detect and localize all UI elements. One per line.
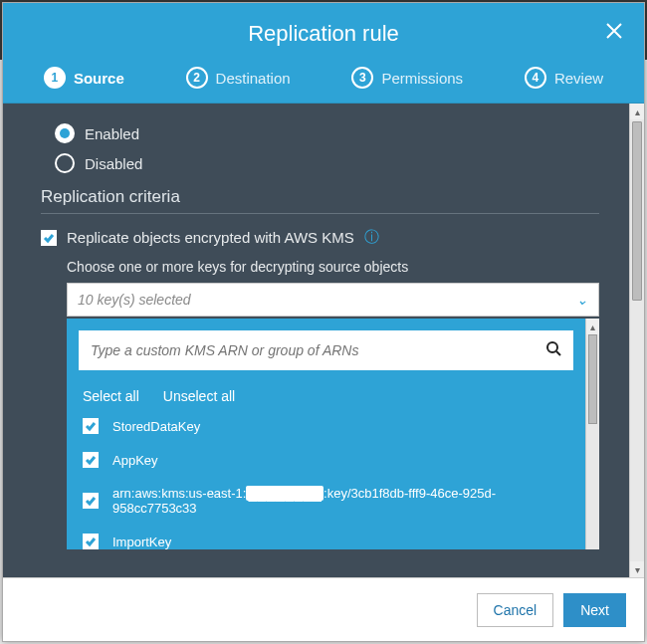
search-icon[interactable] xyxy=(545,340,561,360)
replication-rule-modal: Replication rule 1 Source 2 Destination … xyxy=(2,2,645,642)
step-number: 4 xyxy=(525,67,546,89)
step-number: 3 xyxy=(351,67,373,89)
radio-icon xyxy=(55,123,75,143)
checkbox-icon xyxy=(83,534,99,549)
checkbox-icon xyxy=(41,230,57,246)
status-disabled-radio[interactable]: Disabled xyxy=(55,153,599,173)
info-icon[interactable]: ⓘ xyxy=(364,228,379,247)
modal-body: Enabled Disabled Replication criteria Re… xyxy=(3,103,644,577)
section-title: Replication criteria xyxy=(41,187,599,207)
key-label: arn:aws:kms:us-east-1:████████:key/3cb1f… xyxy=(112,486,569,516)
modal-footer: Cancel Next xyxy=(3,577,644,641)
dropdown-scrollbar[interactable]: ▴ xyxy=(585,319,599,549)
kms-checkbox-row[interactable]: Replicate objects encrypted with AWS KMS… xyxy=(41,228,599,247)
scroll-down-icon[interactable]: ▾ xyxy=(630,561,644,577)
key-label: StoredDataKey xyxy=(112,419,200,434)
key-label: AppKey xyxy=(112,453,158,468)
step-label: Permissions xyxy=(381,70,463,87)
step-label: Review xyxy=(554,70,603,87)
checkbox-icon xyxy=(83,452,99,468)
wizard-steps: 1 Source 2 Destination 3 Permissions 4 R… xyxy=(3,61,644,103)
list-item[interactable]: AppKey xyxy=(83,452,569,468)
step-permissions[interactable]: 3 Permissions xyxy=(351,67,463,89)
select-all-link[interactable]: Select all xyxy=(83,388,139,404)
step-label: Source xyxy=(74,70,124,87)
step-source[interactable]: 1 Source xyxy=(44,67,124,89)
kms-arn-search[interactable] xyxy=(79,330,573,370)
kms-arn-input[interactable] xyxy=(91,342,536,358)
checkbox-icon xyxy=(83,418,99,434)
close-icon xyxy=(604,21,624,41)
list-item[interactable]: StoredDataKey xyxy=(83,418,569,434)
keys-dropdown-panel: Select all Unselect all StoredDataKey Ap… xyxy=(67,319,599,549)
choose-keys-label: Choose one or more keys for decrypting s… xyxy=(67,259,599,275)
radio-icon xyxy=(55,153,75,173)
scrollbar-thumb[interactable] xyxy=(632,121,642,301)
list-item[interactable]: ImportKey xyxy=(83,534,569,549)
modal-header: Replication rule 1 Source 2 Destination … xyxy=(3,3,644,103)
svg-point-0 xyxy=(547,342,557,352)
scrollbar-thumb[interactable] xyxy=(588,334,597,424)
key-label: ImportKey xyxy=(112,535,171,549)
scroll-up-icon[interactable]: ▴ xyxy=(586,319,599,334)
checkbox-icon xyxy=(83,493,99,509)
status-enabled-radio[interactable]: Enabled xyxy=(55,123,599,143)
cancel-button[interactable]: Cancel xyxy=(477,593,554,627)
modal-title: Replication rule xyxy=(3,21,644,47)
divider xyxy=(41,213,599,214)
keys-select[interactable]: 10 key(s) selected ⌄ xyxy=(67,283,599,317)
radio-label: Enabled xyxy=(85,125,139,142)
step-review[interactable]: 4 Review xyxy=(525,67,603,89)
close-button[interactable] xyxy=(600,17,628,45)
next-button[interactable]: Next xyxy=(563,593,626,627)
radio-label: Disabled xyxy=(85,155,142,172)
step-number: 2 xyxy=(186,67,208,89)
step-number: 1 xyxy=(44,67,66,89)
checkbox-label: Replicate objects encrypted with AWS KMS xyxy=(67,229,354,246)
scroll-up-icon[interactable]: ▴ xyxy=(630,104,644,119)
unselect-all-link[interactable]: Unselect all xyxy=(163,388,235,404)
step-destination[interactable]: 2 Destination xyxy=(186,67,291,89)
select-actions: Select all Unselect all xyxy=(83,388,569,404)
step-label: Destination xyxy=(216,70,291,87)
body-scrollbar[interactable]: ▴ ▾ xyxy=(629,104,644,577)
select-summary: 10 key(s) selected xyxy=(78,292,191,308)
chevron-down-icon: ⌄ xyxy=(576,292,588,308)
list-item[interactable]: arn:aws:kms:us-east-1:████████:key/3cb1f… xyxy=(83,486,569,516)
